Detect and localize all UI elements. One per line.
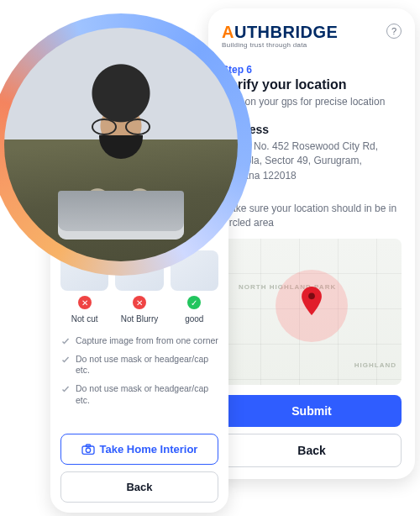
tip-item: Do not use mask or headgear/cap etc. [60, 383, 218, 406]
brand-name: AUTHBRIDGE [222, 24, 338, 40]
camera-icon [81, 444, 95, 455]
check-icon: ✓ [187, 296, 201, 309]
brand-tagline: Building trust through data [222, 42, 338, 49]
cross-icon: ✕ [133, 296, 146, 309]
map-neighborhood-label: HIGHLAND [354, 362, 396, 370]
cross-icon: ✕ [78, 296, 92, 309]
check-icon [60, 355, 71, 365]
sample-label: Not cut [71, 314, 98, 324]
check-icon [60, 336, 71, 346]
brand-logo: AUTHBRIDGE Building trust through data [222, 24, 338, 49]
tip-item: Do not use mask or headgear/cap etc. [60, 354, 218, 376]
tip-text: Capture image from from one corner [76, 335, 218, 347]
page-title: Verify your location [222, 77, 402, 92]
phone-screen-location: AUTHBRIDGE Building trust through data ?… [208, 8, 415, 479]
check-icon [60, 384, 71, 394]
svg-point-2 [86, 448, 90, 452]
sample-label: Not Blurry [121, 314, 158, 324]
brand-mark: A [222, 23, 234, 41]
sample-label: good [185, 314, 203, 324]
submit-button[interactable]: Submit [222, 395, 402, 427]
map-pin-icon [300, 287, 323, 315]
tip-item: Capture image from from one corner [60, 335, 218, 347]
tip-text: Do not use mask or headgear/cap etc. [76, 383, 218, 406]
location-note: Make sure your location should in be in … [222, 202, 402, 230]
help-circle-icon[interactable]: ? [386, 24, 402, 39]
step-label: Step 6 [222, 64, 402, 76]
brand-name-rest: UTHBRIDGE [234, 23, 338, 41]
take-photo-button[interactable]: Take Home Interior [60, 434, 218, 465]
svg-point-0 [308, 292, 315, 299]
hero-gradient-ring [0, 13, 252, 276]
back-button[interactable]: Back [60, 471, 218, 503]
glasses-icon [92, 118, 150, 134]
hero-person-illustration [4, 28, 238, 261]
tips-list: Capture image from from one corner Do no… [60, 335, 218, 406]
take-photo-label: Take Home Interior [100, 443, 198, 455]
header-row: AUTHBRIDGE Building trust through data ? [222, 24, 402, 49]
tip-text: Do not use mask or headgear/cap etc. [76, 354, 218, 376]
map-view[interactable]: NORTH HIGHLAND PARK HIGHLAND [222, 239, 402, 385]
back-button[interactable]: Back [222, 434, 402, 467]
beard-shape [99, 135, 143, 159]
page-hint: Turn on your gps for precise location [222, 96, 402, 108]
map-accuracy-circle [276, 270, 348, 342]
laptop-shape [58, 191, 184, 240]
